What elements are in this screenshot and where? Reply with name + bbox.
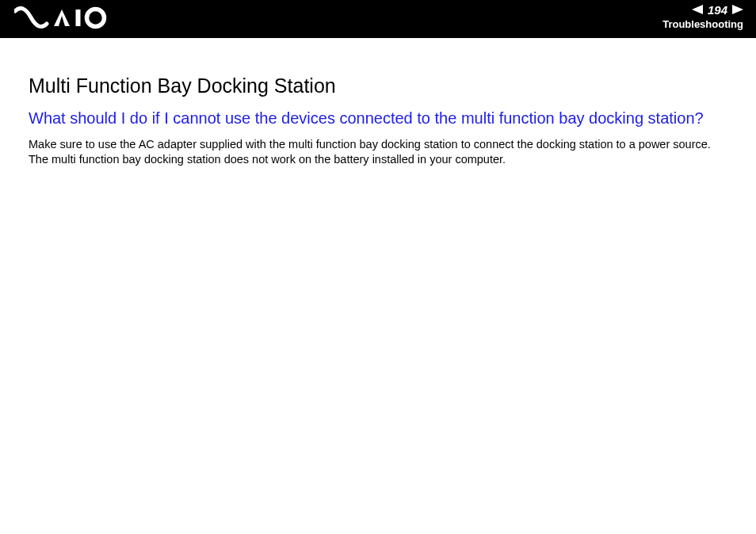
vaio-logo — [14, 6, 109, 30]
page-nav-widget: 194 Troubleshooting — [662, 3, 743, 30]
next-page-arrow-icon[interactable] — [732, 3, 743, 17]
faq-question: What should I do if I cannot use the dev… — [29, 109, 732, 129]
page-title: Multi Function Bay Docking Station — [29, 74, 732, 97]
header-bar: 194 Troubleshooting — [0, 0, 756, 38]
content-area: Multi Function Bay Docking Station What … — [29, 74, 732, 167]
svg-rect-0 — [76, 10, 81, 26]
page-number: 194 — [708, 3, 727, 17]
section-label: Troubleshooting — [662, 18, 743, 30]
svg-point-1 — [87, 10, 105, 27]
prev-page-arrow-icon[interactable] — [692, 3, 703, 17]
page-nav: 194 — [662, 3, 743, 17]
svg-marker-3 — [732, 5, 743, 14]
faq-answer: Make sure to use the AC adapter supplied… — [29, 137, 732, 167]
page-root: 194 Troubleshooting Multi Function Bay D… — [0, 0, 756, 534]
svg-marker-2 — [692, 5, 703, 14]
